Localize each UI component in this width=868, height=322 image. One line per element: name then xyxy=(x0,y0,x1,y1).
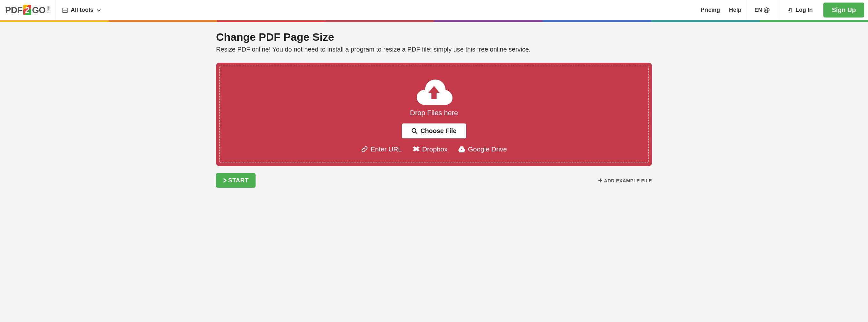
header: PDF 2 GO .com All tools Pricing Help EN … xyxy=(0,0,868,21)
cloud-upload-icon xyxy=(415,77,453,106)
start-label: START xyxy=(228,177,249,184)
add-example-label: ADD EXAMPLE FILE xyxy=(604,178,652,183)
src-url-label: Enter URL xyxy=(371,145,402,153)
chevron-down-icon xyxy=(97,8,101,12)
logo[interactable]: PDF 2 GO .com xyxy=(0,5,55,15)
search-icon xyxy=(411,128,418,134)
source-row: Enter URL Dropbox Google Drive xyxy=(361,145,507,153)
google-drive-icon xyxy=(458,146,465,153)
signup-button[interactable]: Sign Up xyxy=(824,3,864,17)
choose-file-button[interactable]: Choose File xyxy=(402,123,466,138)
login-icon xyxy=(787,7,793,13)
src-dropbox[interactable]: Dropbox xyxy=(413,145,447,153)
drop-text: Drop Files here xyxy=(410,109,458,117)
src-gdrive-label: Google Drive xyxy=(468,145,507,153)
login-label: Log In xyxy=(795,7,812,13)
logo-two: 2 xyxy=(23,5,32,15)
svg-point-6 xyxy=(412,129,416,132)
all-tools-label: All tools xyxy=(71,7,93,13)
all-tools-menu[interactable]: All tools xyxy=(56,7,108,13)
page-title: Change PDF Page Size xyxy=(216,31,652,43)
language-selector[interactable]: EN xyxy=(746,7,778,13)
rainbow-bar xyxy=(0,21,868,22)
link-icon xyxy=(361,146,368,153)
src-gdrive[interactable]: Google Drive xyxy=(458,145,507,153)
start-button[interactable]: START xyxy=(216,173,255,188)
main-container: Change PDF Page Size Resize PDF online! … xyxy=(211,22,657,188)
nav-help[interactable]: Help xyxy=(724,7,746,13)
plus-icon xyxy=(598,178,602,183)
nav-pricing[interactable]: Pricing xyxy=(696,7,724,13)
lang-label: EN xyxy=(754,7,762,13)
src-enter-url[interactable]: Enter URL xyxy=(361,145,402,153)
logo-com: .com xyxy=(46,6,50,14)
svg-line-7 xyxy=(415,132,417,134)
globe-icon xyxy=(764,7,770,13)
chevron-right-icon xyxy=(223,178,227,183)
action-row: START ADD EXAMPLE FILE xyxy=(216,173,652,188)
login-button[interactable]: Log In xyxy=(778,7,822,13)
dropzone-inner: Drop Files here Choose File Enter URL Dr… xyxy=(219,66,649,163)
dropzone[interactable]: Drop Files here Choose File Enter URL Dr… xyxy=(216,63,652,166)
logo-pdf: PDF xyxy=(5,5,23,15)
add-example-button[interactable]: ADD EXAMPLE FILE xyxy=(598,178,652,183)
dropbox-icon xyxy=(413,146,420,153)
choose-file-label: Choose File xyxy=(420,127,456,135)
grid-icon xyxy=(62,8,67,13)
logo-go: GO xyxy=(32,5,45,15)
src-dropbox-label: Dropbox xyxy=(422,145,447,153)
page-subtitle: Resize PDF online! You do not need to in… xyxy=(216,46,652,53)
